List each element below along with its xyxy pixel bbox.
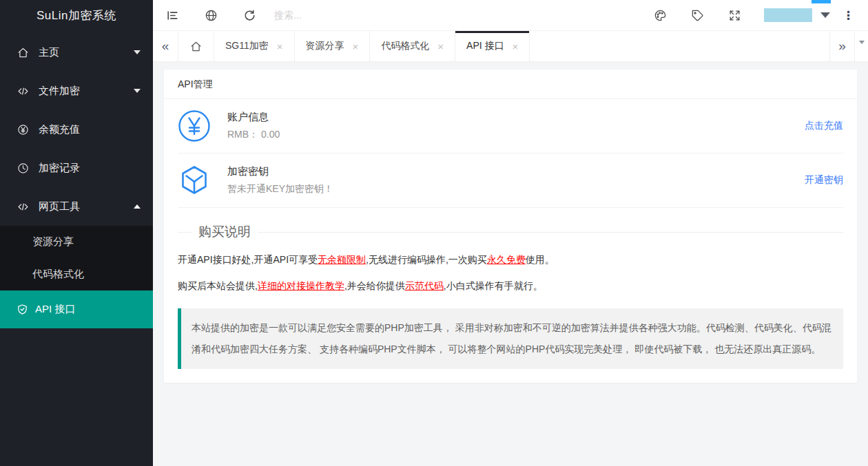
sidebar-subitem-label: 资源分享 bbox=[32, 235, 74, 248]
main-column: ⋮ « SG11加密 × 资源分享 × 代码格式化 × API 接口 × » bbox=[153, 0, 868, 466]
account-info-row: 账户信息 RMB： 0.00 点击充值 bbox=[178, 99, 843, 153]
open-key-link[interactable]: 开通密钥 bbox=[805, 174, 843, 187]
encrypt-key-status: 暂未开通KEY加密密钥！ bbox=[227, 183, 805, 195]
encrypt-key-title: 加密密钥 bbox=[227, 165, 805, 178]
header-right-group: ⋮ bbox=[641, 0, 861, 31]
sidebar-item-label: 文件加密 bbox=[39, 85, 134, 98]
shield-check-icon bbox=[17, 304, 28, 315]
sidebar-item-web-tools[interactable]: 网页工具 bbox=[0, 187, 153, 226]
purchase-paragraph: 购买后本站会提供,详细的对接操作教学,并会给你提供示范代码,小白式操作有手就行。 bbox=[178, 278, 843, 293]
home-icon bbox=[190, 41, 202, 52]
chevron-down-icon bbox=[134, 50, 141, 54]
tab-label: SG11加密 bbox=[225, 40, 269, 52]
more-vertical-icon[interactable]: ⋮ bbox=[830, 0, 861, 31]
tab-sg11-encrypt[interactable]: SG11加密 × bbox=[214, 31, 295, 61]
app-logo: SuLin加密系统 bbox=[0, 0, 153, 31]
tab-home[interactable] bbox=[178, 31, 214, 61]
content-area[interactable]: API管理 账户信息 RMB： 0.00 点击充值 bbox=[153, 62, 868, 466]
encrypt-key-row: 加密密钥 暂未开通KEY加密密钥！ 开通密钥 bbox=[178, 153, 843, 208]
home-icon bbox=[17, 47, 29, 59]
purchase-paragraph: 开通API接口好处,开通API可享受无余额限制,无线进行编码操作,一次购买永久免… bbox=[178, 252, 843, 267]
tabs-scroll-left-icon[interactable]: « bbox=[153, 31, 178, 61]
close-icon[interactable]: × bbox=[353, 41, 359, 52]
product-description-quote: 本站提供的加密是一款可以满足您安全需要的PHP加密工具， 采用非对称加密和不可逆… bbox=[178, 308, 843, 369]
purchase-field-title: 购买说明 bbox=[192, 223, 258, 241]
chevron-down-icon bbox=[134, 89, 141, 93]
palette-icon[interactable] bbox=[641, 0, 679, 31]
sidebar-item-file-encrypt[interactable]: 文件加密 bbox=[0, 72, 153, 110]
card-title: API管理 bbox=[164, 70, 857, 99]
sidebar-subitem-label: API 接口 bbox=[35, 303, 75, 316]
tab-label: API 接口 bbox=[466, 40, 504, 52]
sidebar-subitem-label: 代码格式化 bbox=[32, 268, 84, 281]
sidebar-subitem-api[interactable]: API 接口 bbox=[0, 290, 153, 328]
tab-code-format[interactable]: 代码格式化 × bbox=[370, 31, 455, 61]
search-input[interactable] bbox=[274, 10, 426, 21]
fullscreen-icon[interactable] bbox=[716, 0, 753, 31]
top-header: ⋮ bbox=[153, 0, 868, 31]
sidebar-subitem-code-format[interactable]: 代码格式化 bbox=[0, 258, 153, 290]
close-icon[interactable]: × bbox=[437, 41, 444, 52]
sidebar-subitem-resource-share[interactable]: 资源分享 bbox=[0, 226, 153, 258]
tab-resource-share[interactable]: 资源分享 × bbox=[295, 31, 371, 61]
collapse-menu-icon[interactable] bbox=[153, 0, 192, 31]
sidebar-item-label: 网页工具 bbox=[39, 200, 134, 213]
clock-icon bbox=[17, 162, 29, 174]
top-blue-strip bbox=[812, 0, 831, 3]
card-body: 账户信息 RMB： 0.00 点击充值 加密密钥 暂未开通KEY加密密钥！ 开通… bbox=[164, 99, 857, 383]
sidebar-item-balance-recharge[interactable]: 余额充值 bbox=[0, 110, 153, 149]
sidebar-submenu: 资源分享 代码格式化 API 接口 bbox=[0, 226, 153, 328]
sidebar-item-encrypt-records[interactable]: 加密记录 bbox=[0, 149, 153, 187]
tab-label: 代码格式化 bbox=[381, 40, 429, 52]
tabbar-spacer bbox=[530, 31, 829, 61]
tab-bar: « SG11加密 × 资源分享 × 代码格式化 × API 接口 × » bbox=[153, 31, 868, 62]
sidebar-nav: 主页 文件加密 余额充值 加密记录 网页工具 bbox=[0, 31, 153, 328]
yen-circle-icon bbox=[17, 124, 29, 136]
recharge-link[interactable]: 点击充值 bbox=[805, 120, 843, 132]
sidebar-item-label: 余额充值 bbox=[39, 123, 141, 136]
tab-api[interactable]: API 接口 × bbox=[455, 31, 530, 61]
yen-circle-icon bbox=[178, 109, 211, 142]
encrypt-key-texts: 加密密钥 暂未开通KEY加密密钥！ bbox=[227, 165, 805, 195]
sidebar-item-home[interactable]: 主页 bbox=[0, 33, 153, 72]
sidebar-item-label: 主页 bbox=[39, 46, 134, 59]
tab-options-caret-icon[interactable] bbox=[855, 31, 868, 61]
close-icon[interactable]: × bbox=[277, 41, 283, 52]
username-redacted[interactable] bbox=[764, 8, 812, 22]
user-dropdown-caret-icon[interactable] bbox=[820, 12, 830, 18]
tab-label: 资源分享 bbox=[306, 40, 344, 52]
refresh-icon[interactable] bbox=[230, 0, 269, 31]
api-manage-card: API管理 账户信息 RMB： 0.00 点击充值 bbox=[164, 70, 857, 383]
tag-icon[interactable] bbox=[679, 0, 716, 31]
chevron-up-icon bbox=[134, 204, 141, 209]
code-icon bbox=[17, 201, 29, 213]
globe-icon[interactable] bbox=[192, 0, 230, 31]
account-info-texts: 账户信息 RMB： 0.00 bbox=[227, 111, 805, 141]
purchase-field: 购买说明 开通API接口好处,开通API可享受无余额限制,无线进行编码操作,一次… bbox=[178, 223, 843, 293]
code-icon bbox=[17, 85, 29, 97]
tabs-scroll-right-icon[interactable]: » bbox=[829, 31, 855, 61]
cube-icon bbox=[178, 164, 211, 197]
account-balance: RMB： 0.00 bbox=[227, 129, 805, 141]
close-icon[interactable]: × bbox=[513, 41, 519, 52]
sidebar: SuLin加密系统 主页 文件加密 余额充值 加密记录 bbox=[0, 0, 153, 466]
sidebar-item-label: 加密记录 bbox=[39, 162, 141, 175]
account-info-title: 账户信息 bbox=[227, 111, 805, 124]
